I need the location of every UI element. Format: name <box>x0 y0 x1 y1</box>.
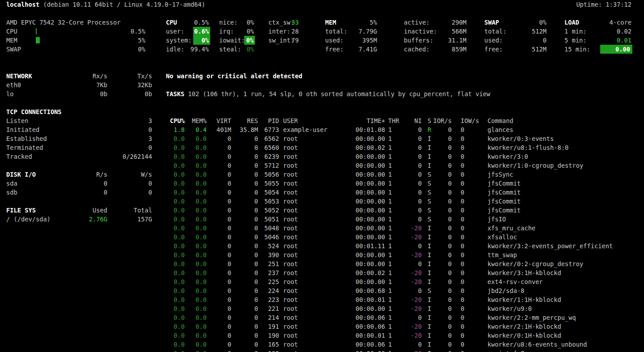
quicklook-swap-value: 0% <box>107 45 145 54</box>
mem-active-label: active: <box>404 18 430 27</box>
proc-ni: 0 <box>402 259 422 268</box>
proc-virt: 0 <box>210 188 231 197</box>
proc-iow: 0 <box>461 340 481 349</box>
swap-total-value: 512M <box>510 27 547 36</box>
proc-ni: 0 <box>402 134 422 143</box>
table-row: 0.00.0005048root00:00.001-20I00xfs_mru_c… <box>0 224 644 233</box>
mem-panel-title: MEM <box>325 18 336 27</box>
proc-mem: 0.0 <box>189 197 207 206</box>
proc-user: root <box>283 250 350 259</box>
proc-time: 00:00.00 <box>349 188 385 197</box>
process-table-header: CPU% MEM% VIRT RES PID USER TIME+ THR NI… <box>0 116 644 125</box>
table-row: 0.00.000191root00:00.061-20I00kworker/2:… <box>0 322 644 331</box>
mem-usage-bar <box>36 37 40 43</box>
proc-mem: 0.0 <box>189 143 207 152</box>
tasks-line: TASKS 102 (106 thr), 1 run, 54 slp, 0 ot… <box>166 89 490 98</box>
proc-ni: -20 <box>402 277 422 286</box>
proc-iow: 0 <box>461 286 481 295</box>
mem-total-value: 7.79G <box>340 27 377 36</box>
swap-percent: 0% <box>510 18 547 27</box>
proc-time: 00:00.06 <box>349 313 385 322</box>
proc-command: ttm_swap <box>487 250 642 259</box>
proc-time: 00:00.00 <box>349 152 385 161</box>
proc-ior: 0 <box>429 170 452 179</box>
mem-percent: 5% <box>340 18 377 27</box>
table-row: 0.00.000165root00:00.0610I00kworker/u8:6… <box>0 340 644 349</box>
proc-iow: 0 <box>461 268 481 277</box>
proc-mem: 0.0 <box>189 233 207 242</box>
proc-cpu: 0.0 <box>167 179 185 188</box>
proc-pid: 5053 <box>258 197 279 206</box>
proc-time: 00:00.00 <box>349 197 385 206</box>
proc-virt: 0 <box>210 215 231 224</box>
proc-iow: 0 <box>461 277 481 286</box>
proc-time: 00:00.02 <box>349 143 385 152</box>
proc-time: 00:00.02 <box>349 268 385 277</box>
col-header-ni: NI <box>402 116 422 125</box>
proc-cpu: 0.0 <box>167 331 185 340</box>
cpu-iowait-label: iowait: <box>219 36 245 45</box>
proc-time: 00:01.11 <box>349 242 385 250</box>
table-row: 0.00.000214root00:00.0610I00kworker/2:2-… <box>0 313 644 322</box>
proc-ior: 0 <box>429 322 452 331</box>
table-row: 0.00.000390root00:00.001-20I00ttm_swap <box>0 250 644 259</box>
cpu-iowait-value: 0% <box>244 36 255 45</box>
proc-res: 0 <box>235 304 258 313</box>
proc-user: root <box>283 197 350 206</box>
proc-res: 0 <box>235 206 258 215</box>
tcp-title: TCP CONNECTIONS <box>6 107 62 116</box>
col-header-time: TIME+ <box>349 116 385 125</box>
proc-pid: 223 <box>258 295 279 304</box>
proc-ior: 0 <box>429 313 452 322</box>
proc-user: root <box>283 277 350 286</box>
proc-res: 0 <box>235 277 258 286</box>
table-row: 0.00.000221root00:00.001-20I00kworker/u9… <box>0 304 644 313</box>
proc-user: root <box>283 233 350 242</box>
proc-virt: 0 <box>210 197 231 206</box>
proc-pid: 225 <box>258 277 279 286</box>
cpu-nice-value: 0% <box>233 18 254 27</box>
load-cores: 4-core <box>595 18 631 27</box>
quicklook-cpu-label: CPU <box>6 27 17 36</box>
proc-mem: 0.0 <box>189 224 207 233</box>
proc-cpu: 0.0 <box>167 233 185 242</box>
proc-ior: 0 <box>429 197 452 206</box>
proc-ni: 0 <box>402 215 422 224</box>
cpu-user-value: 0.6% <box>193 27 210 36</box>
proc-time: 00:00.00 <box>349 170 385 179</box>
proc-mem: 0.0 <box>189 161 207 170</box>
proc-ni: 0 <box>402 242 422 250</box>
cpu-model: AMD EPYC 7542 32-Core Processor <box>6 18 120 27</box>
proc-iow: 0 <box>461 188 481 197</box>
proc-user: root <box>283 206 350 215</box>
proc-iow: 0 <box>461 250 481 259</box>
proc-user: root <box>283 143 350 152</box>
proc-mem: 0.0 <box>189 170 207 179</box>
proc-command: kworker/3:0 <box>487 152 642 161</box>
proc-cpu: 0.0 <box>167 242 185 250</box>
terminal-screen[interactable]: localhost (debian 10.11 64bit / Linux 4.… <box>0 0 644 352</box>
proc-cpu: 0.0 <box>167 295 185 304</box>
cpu-idle-value: 99.4% <box>177 45 209 54</box>
proc-pid: 190 <box>258 331 279 340</box>
proc-time: 00:00.00 <box>349 250 385 259</box>
proc-user: root <box>283 170 350 179</box>
table-row: 0.00.000223root00:00.011-20I00kworker/1:… <box>0 295 644 304</box>
proc-pid: 163 <box>258 349 279 352</box>
proc-command: jfsCommit <box>487 179 642 188</box>
proc-time: 00:00.06 <box>349 322 385 331</box>
proc-iow: 0 <box>461 143 481 152</box>
table-row: 0.00.000190root00:00.011-20I00kworker/0:… <box>0 331 644 340</box>
uptime-value: 1:37:12 <box>606 1 631 8</box>
proc-res: 0 <box>235 322 258 331</box>
proc-ni: 0 <box>402 340 422 349</box>
proc-ior: 0 <box>429 331 452 340</box>
proc-user: example-user <box>283 125 350 134</box>
proc-virt: 0 <box>210 349 231 352</box>
proc-ni: -20 <box>402 250 422 259</box>
proc-ior: 0 <box>429 268 452 277</box>
proc-res: 0 <box>235 259 258 268</box>
proc-pid: 6562 <box>258 134 279 143</box>
uptime-label: Uptime: <box>576 1 602 8</box>
proc-user: root <box>283 215 350 224</box>
